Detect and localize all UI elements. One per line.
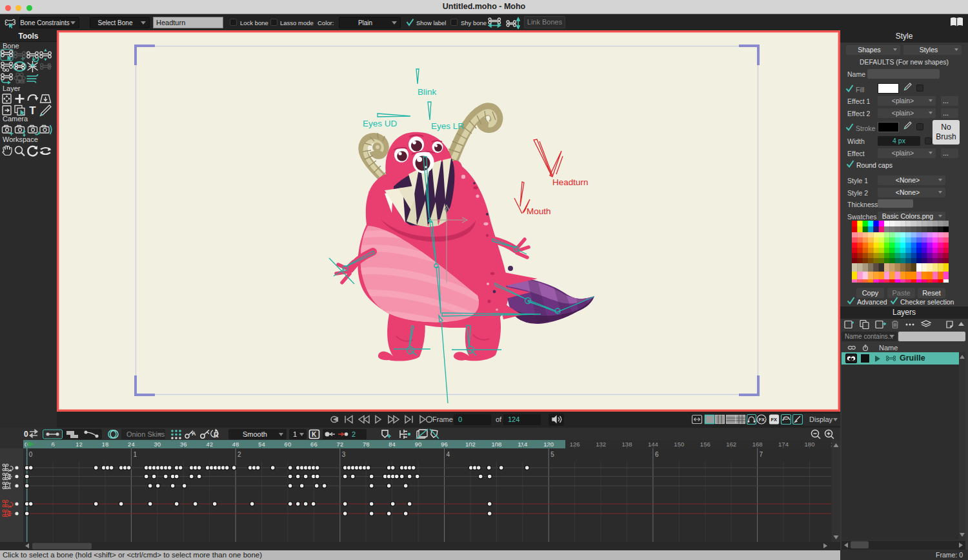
svg-text:124: 124	[508, 415, 519, 423]
svg-text:0: 0	[458, 415, 462, 423]
svg-text:Frame: Frame	[432, 415, 453, 423]
svg-text:Bone: Bone	[3, 42, 19, 50]
svg-text:3: 3	[342, 451, 346, 458]
svg-text:0: 0	[25, 441, 28, 448]
svg-text:Display: Display	[809, 415, 833, 423]
svg-text:Headturn: Headturn	[552, 177, 589, 187]
svg-text:Camera: Camera	[3, 115, 28, 123]
svg-text:Smooth: Smooth	[243, 430, 267, 438]
svg-text:Eyes UD: Eyes UD	[363, 119, 398, 128]
svg-text:T: T	[29, 105, 36, 117]
svg-text:K: K	[312, 431, 317, 438]
svg-text:of: of	[496, 415, 502, 423]
svg-text:FX: FX	[771, 417, 778, 423]
svg-text:2: 2	[352, 430, 356, 438]
svg-text:Name: Name	[879, 344, 898, 352]
svg-text:5: 5	[550, 451, 554, 458]
svg-text:FX: FX	[759, 417, 765, 423]
svg-text:1: 1	[133, 451, 137, 458]
svg-text:7: 7	[760, 451, 763, 458]
svg-text:1: 1	[293, 430, 297, 438]
svg-text:4: 4	[447, 451, 450, 458]
svg-text:Blink: Blink	[418, 87, 437, 97]
svg-text:Eyes LR: Eyes LR	[431, 121, 464, 131]
svg-text:0: 0	[29, 451, 33, 458]
svg-text:2: 2	[237, 451, 241, 458]
svg-text:Mouth: Mouth	[527, 206, 551, 216]
svg-text:0: 0	[24, 430, 28, 439]
svg-text:Layer: Layer	[3, 85, 21, 92]
svg-text:Workspace: Workspace	[3, 135, 38, 143]
svg-text:6: 6	[655, 451, 659, 458]
svg-text:A: A	[192, 430, 196, 437]
